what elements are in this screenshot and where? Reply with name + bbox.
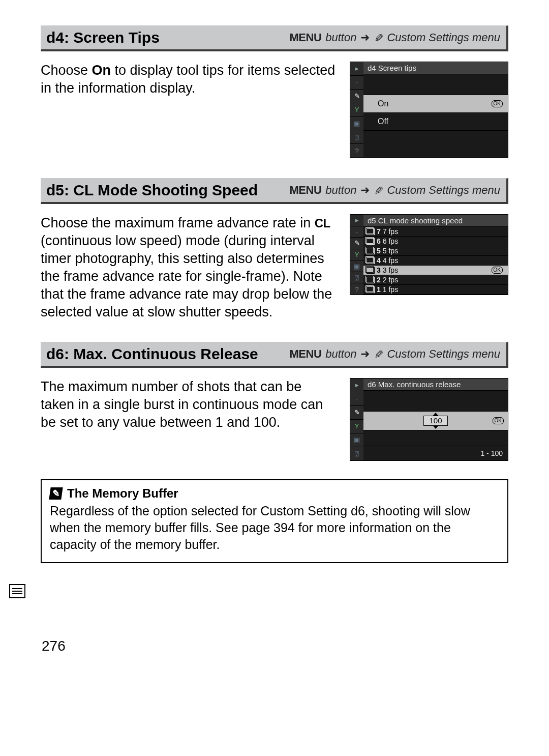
- note-title: The Memory Buffer: [67, 486, 178, 501]
- triangle-down-icon: [433, 425, 439, 429]
- arrow-icon: ➜: [360, 31, 370, 44]
- lcd-title: d4 Screen tips: [363, 62, 508, 74]
- triangle-up-icon: [433, 413, 439, 416]
- frame-icon: [367, 228, 375, 235]
- side-icon: ✎: [350, 90, 363, 103]
- note-box: ✎ The Memory Buffer Regardless of the op…: [41, 479, 508, 563]
- arrow-icon: ➜: [360, 347, 370, 361]
- side-icon: ⍰: [350, 130, 363, 144]
- frame-icon: [367, 267, 375, 274]
- lcd-value: 100: [423, 416, 447, 426]
- pencil-icon: ✎: [372, 33, 385, 42]
- d5-body: Choose the maximum frame advance rate in…: [41, 214, 337, 322]
- section-header-d5: d5: CL Mode Shooting Speed MENU button ➜…: [41, 178, 508, 204]
- lcd-value-row: 100 OK: [363, 412, 508, 430]
- lcd-option: 22 fps: [363, 275, 508, 285]
- menu-path: MENU button ➜ ✎ Custom Settings menu: [290, 184, 501, 197]
- ok-icon: OK: [493, 417, 504, 424]
- menu-path: MENU button ➜ ✎ Custom Settings menu: [290, 31, 501, 44]
- lcd-option: 77 fps: [363, 227, 508, 237]
- d6-body: The maximum number of shots that can be …: [41, 378, 337, 431]
- side-icon: ✎: [350, 238, 363, 249]
- side-icon: ▸: [350, 379, 363, 392]
- pencil-box-icon: ✎: [49, 487, 63, 500]
- side-icon: ▣: [350, 260, 363, 272]
- frame-icon: [367, 248, 375, 254]
- section-title: d4: Screen Tips: [46, 29, 160, 46]
- section-header-d4: d4: Screen Tips MENU button ➜ ✎ Custom S…: [41, 25, 508, 51]
- lcd-option: 66 fps: [363, 237, 508, 246]
- lcd-option: 44 fps: [363, 256, 508, 266]
- side-icon: ▣: [350, 433, 363, 447]
- side-icon: ▸: [350, 62, 363, 76]
- frame-icon: [367, 238, 375, 245]
- side-icon: ▸: [350, 215, 363, 226]
- d5-lcd-mock: ▸ · ✎ Y ▣ ⍰ ? d5 CL mode shooting speed …: [350, 214, 508, 295]
- section-header-d6: d6: Max. Continuous Release MENU button …: [41, 342, 508, 368]
- lcd-option-off: Off: [363, 113, 508, 131]
- ok-icon: OK: [492, 100, 503, 107]
- side-icon: Y: [350, 103, 363, 117]
- side-icon: ▣: [350, 117, 363, 130]
- menu-name: Custom Settings menu: [387, 31, 500, 44]
- lcd-title: d6 Max. continuous release: [363, 379, 508, 391]
- side-icon: ?: [350, 283, 363, 295]
- section-title: d5: CL Mode Shooting Speed: [46, 182, 258, 199]
- lcd-option: 11 fps: [363, 285, 508, 295]
- pencil-icon: ✎: [372, 350, 385, 359]
- lcd-option: 55 fps: [363, 246, 508, 256]
- lcd-option-on: On OK: [363, 95, 508, 113]
- note-body: Regardless of the option selected for Cu…: [50, 503, 499, 553]
- side-icon: ?: [350, 144, 363, 157]
- menu-label: MENU: [290, 31, 322, 44]
- section-title: d6: Max. Continuous Release: [46, 345, 258, 363]
- side-icon: ⍰: [350, 447, 363, 460]
- frame-icon: [367, 277, 375, 283]
- lcd-range: 1 - 100: [363, 446, 508, 460]
- d4-body: Choose On to display tool tips for items…: [41, 62, 337, 97]
- section-tab-icon: [9, 584, 25, 598]
- ok-icon: OK: [492, 267, 503, 274]
- arrow-icon: ➜: [360, 184, 370, 197]
- frame-icon: [367, 286, 375, 293]
- side-icon: ·: [350, 392, 363, 406]
- d4-lcd-mock: ▸ · ✎ Y ▣ ⍰ ? d4 Screen tips On OK: [350, 62, 508, 158]
- d6-lcd-mock: ▸ · ✎ Y ▣ ⍰ d6 Max. continuous release 1…: [350, 378, 508, 461]
- pencil-icon: ✎: [372, 186, 385, 195]
- side-icon: ✎: [350, 406, 363, 420]
- menu-path: MENU button ➜ ✎ Custom Settings menu: [290, 347, 501, 361]
- lcd-title: d5 CL mode shooting speed: [363, 215, 508, 227]
- side-icon: ⍰: [350, 272, 363, 284]
- side-icon: ·: [350, 226, 363, 238]
- page-number: 276: [42, 638, 66, 654]
- button-word: button: [325, 31, 356, 44]
- side-icon: Y: [350, 420, 363, 433]
- lcd-option: 33 fpsOK: [363, 266, 508, 275]
- frame-icon: [367, 257, 375, 264]
- side-icon: Y: [350, 249, 363, 261]
- side-icon: ·: [350, 76, 363, 90]
